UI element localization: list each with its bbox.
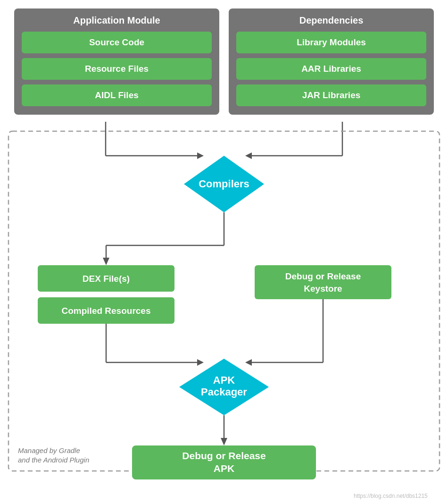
flow-diagram: Compilers DEX File(s) Compiled Resources… [0, 0, 448, 504]
svg-rect-17 [255, 265, 391, 299]
svg-text:APK: APK [214, 463, 234, 474]
svg-marker-30 [221, 438, 227, 445]
svg-text:Compilers: Compilers [199, 178, 249, 190]
svg-text:Packager: Packager [201, 386, 247, 398]
svg-text:APK: APK [213, 374, 235, 386]
svg-text:Debug or Release: Debug or Release [285, 271, 361, 281]
svg-text:Managed by Gradle: Managed by Gradle [18, 446, 80, 454]
svg-text:https://blog.csdn.net/dbs1215: https://blog.csdn.net/dbs1215 [354, 493, 428, 499]
svg-marker-2 [197, 152, 204, 159]
svg-text:Debug or Release: Debug or Release [182, 450, 265, 461]
svg-marker-25 [245, 359, 252, 366]
svg-marker-22 [197, 359, 204, 366]
diagram-container: Application Module Source Code Resource … [0, 0, 448, 504]
svg-marker-12 [103, 258, 109, 265]
svg-text:Keystore: Keystore [304, 284, 342, 294]
svg-text:DEX File(s): DEX File(s) [83, 274, 130, 284]
svg-text:Compiled Resources: Compiled Resources [62, 306, 151, 316]
svg-marker-5 [245, 152, 252, 159]
svg-text:and the Android Plugin: and the Android Plugin [18, 456, 89, 464]
